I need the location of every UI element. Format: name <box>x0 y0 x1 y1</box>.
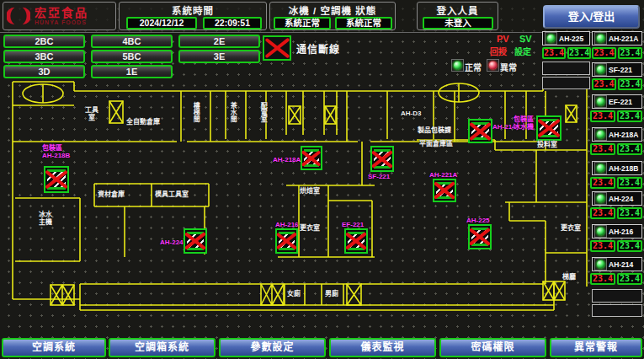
ahu-unit-offline[interactable] <box>44 166 69 193</box>
zone-button-3d[interactable]: 3D <box>3 65 85 78</box>
ahu-unit-label: EF-221 <box>342 221 364 228</box>
sv-value: 23.4 <box>567 47 591 59</box>
empty-slot <box>592 289 642 303</box>
room-label: 更衣室 <box>561 224 581 232</box>
pv-value: 23.4 <box>590 207 615 219</box>
ahu-unit-label: AH-225 <box>466 217 490 224</box>
zone-button-2e[interactable]: 2E <box>178 35 260 48</box>
login-user-value: 未登入 <box>423 17 493 29</box>
room-label: 烘焙室 <box>300 187 320 195</box>
device-ah-221a[interactable]: AH-221A <box>592 31 642 46</box>
zone-button-1e[interactable]: 1E <box>91 65 173 78</box>
setpoint-header: 設定 <box>514 45 531 57</box>
ahu-status-value: 系統正常 <box>335 17 392 29</box>
login-logout-button[interactable]: 登入/登出 <box>543 5 640 29</box>
device-values: 23.4 23.4 <box>542 47 590 59</box>
nav-password-button[interactable]: 密碼權限 <box>439 338 546 357</box>
ahu-unit-label: AH-224 <box>160 238 184 246</box>
normal-led-icon <box>451 59 464 72</box>
device-ef-221[interactable]: EF-221 <box>592 94 642 109</box>
zone-button-3e[interactable]: 3E <box>178 50 260 63</box>
device-ah-224[interactable]: AH-224 <box>592 191 642 206</box>
device-values: 23.4 23.4 <box>590 273 642 285</box>
system-date-value: 2024/12/12 <box>126 17 197 29</box>
ahu-unit-label: AH-221A <box>429 171 457 179</box>
zone-button-4bc[interactable]: 4BC <box>91 35 173 48</box>
ahu-unit-offline[interactable] <box>468 224 492 249</box>
room-label: AH-D3 <box>401 110 421 117</box>
device-led-icon <box>594 192 607 205</box>
chiller-status-value: 系統正常 <box>274 17 331 29</box>
ahu-unit-offline[interactable] <box>536 115 562 141</box>
room-label: 梯廳 <box>562 273 576 281</box>
empty-slot <box>542 77 590 89</box>
room-label: 工具 室 <box>85 106 98 121</box>
nav-alarm-button[interactable]: 異常警報 <box>550 338 642 357</box>
device-values: 23.4 23.4 <box>592 47 642 59</box>
login-section: 登入人員 未登入 <box>417 2 498 30</box>
device-led-icon <box>594 32 607 45</box>
device-led-icon <box>545 32 557 45</box>
device-ah-218a[interactable]: AH-218A <box>592 127 642 142</box>
room-label: 配電室 <box>259 102 267 122</box>
ahu-unit-offline[interactable] <box>468 119 492 143</box>
sv-value: 23.4 <box>618 47 642 59</box>
empty-slot <box>592 304 642 317</box>
machine-status-label: 冰機 / 空調機 狀態 <box>270 3 395 17</box>
room-label: 平面倉庫區 <box>419 140 453 147</box>
device-led-icon <box>594 95 607 108</box>
room-label: 資材倉庫 <box>98 190 125 198</box>
zone-button-5bc[interactable]: 5BC <box>91 50 173 63</box>
ahu-unit-offline[interactable] <box>275 228 298 254</box>
device-ah-214[interactable]: AH-214 <box>592 257 642 271</box>
pv-value: 23.4 <box>590 143 615 155</box>
system-time-value: 22:09:51 <box>203 17 262 29</box>
pv-value: 23.4 <box>590 110 615 122</box>
room-label: 男廁 <box>325 290 338 297</box>
sv-value: 23.4 <box>618 78 642 90</box>
pv-value: 23.4 <box>592 47 616 59</box>
room-label: 茶水間 <box>229 102 237 122</box>
ahu-unit-offline[interactable] <box>433 179 456 202</box>
ahu-unit-offline[interactable] <box>370 146 394 172</box>
device-ah-225[interactable]: AH-225 <box>542 31 590 46</box>
nav-meter-monitor-button[interactable]: 儀表監視 <box>329 338 436 357</box>
nav-parameter-button[interactable]: 參數設定 <box>219 338 326 357</box>
sv-header: SV <box>519 34 532 44</box>
device-led-icon <box>594 162 607 174</box>
device-led-icon <box>594 63 607 76</box>
ahu-unit-label: AH-214 <box>492 123 516 131</box>
device-sf-221[interactable]: SF-221 <box>592 62 642 77</box>
machine-status-section: 冰機 / 空調機 狀態 系統正常 系統正常 <box>269 2 396 30</box>
pv-value: 23.4 <box>590 273 615 285</box>
comm-lost-label: 通信斷線 <box>296 41 340 56</box>
device-values: 23.4 23.4 <box>590 240 642 252</box>
logo-box: 宏亞食品 HUNYA FOODS <box>3 2 116 30</box>
room-label: 模具工具室 <box>155 190 189 198</box>
system-time-section: 系統時間 2024/12/12 22:09:51 <box>119 2 267 30</box>
nav-ac-system-button[interactable]: 空調系統 <box>2 338 106 357</box>
device-ah-218b[interactable]: AH-218B <box>592 161 642 175</box>
device-led-icon <box>594 258 607 271</box>
sv-value: 23.4 <box>617 273 642 285</box>
device-ah-216[interactable]: AH-216 <box>592 224 642 238</box>
sv-value: 23.4 <box>617 177 642 189</box>
zone-button-3bc[interactable]: 3BC <box>3 50 85 63</box>
room-label: 更衣室 <box>300 224 320 232</box>
ahu-unit-offline[interactable] <box>344 228 368 254</box>
pv-value: 23.4 <box>590 177 615 189</box>
ahu-unit-label: AH-218A <box>273 156 301 163</box>
zone-button-2bc[interactable]: 2BC <box>3 35 85 48</box>
top-bar: 宏亞食品 HUNYA FOODS 系統時間 2024/12/12 22:09:5… <box>0 0 644 33</box>
nav-ahu-system-button[interactable]: 空調箱系統 <box>109 338 216 357</box>
ahu-unit-offline[interactable] <box>301 146 322 170</box>
pv-value: 23.4 <box>592 78 616 90</box>
pv-header: PV <box>497 34 509 44</box>
pv-value: 23.4 <box>590 240 615 252</box>
device-values: 23.4 23.4 <box>590 177 642 189</box>
ahu-unit-label: SF-221 <box>368 173 390 180</box>
ahu-unit-label: AH-216 <box>275 221 299 228</box>
room-label: 製品包裝課 <box>418 126 451 134</box>
device-values: 23.4 23.4 <box>590 207 642 219</box>
ahu-unit-offline[interactable] <box>184 228 207 254</box>
